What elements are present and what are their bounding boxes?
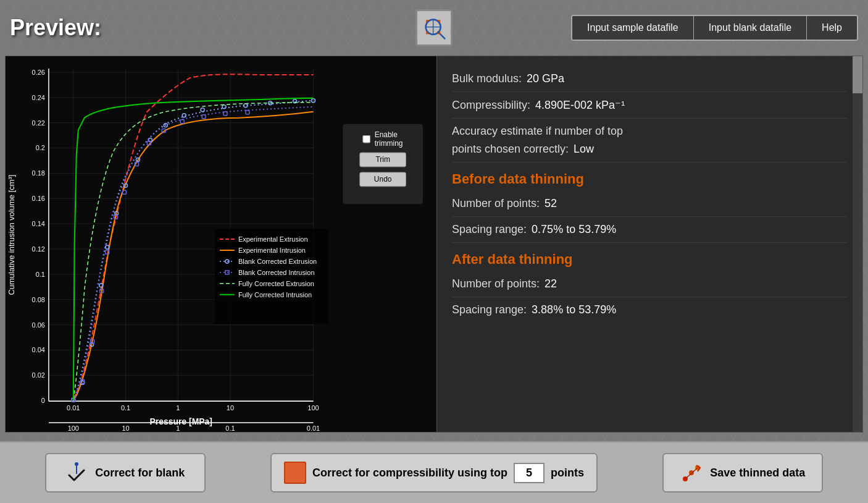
svg-text:0.16: 0.16 <box>32 195 45 202</box>
svg-text:0.02: 0.02 <box>32 371 45 379</box>
svg-text:Fully Corrected Extrusion: Fully Corrected Extrusion <box>238 280 314 287</box>
after-points-value: 22 <box>545 277 557 290</box>
svg-text:Fully Corrected Intrusion: Fully Corrected Intrusion <box>238 291 312 298</box>
correct-compressibility-group: Correct for compressibility using top po… <box>270 453 598 492</box>
svg-text:Blank Corrected Extrusion: Blank Corrected Extrusion <box>238 258 317 265</box>
bulk-modulus-value: 20 GPa <box>527 72 564 85</box>
svg-text:10: 10 <box>122 425 129 432</box>
right-panel: Bulk modulus: 20 GPa Compressibility: 4.… <box>437 56 863 433</box>
accuracy-label: Accuracy estimate if number of top <box>452 125 623 138</box>
after-spacing-value: 3.88% to 53.79% <box>532 303 616 316</box>
after-points-label: Number of points: <box>452 277 540 290</box>
scrollbar-track[interactable] <box>853 56 862 432</box>
before-spacing-row: Spacing range: 0.75% to 53.79% <box>452 217 848 243</box>
accuracy-label2: points chosen correctly: <box>452 143 569 156</box>
svg-text:100: 100 <box>307 404 319 412</box>
svg-text:0.01: 0.01 <box>67 404 80 412</box>
svg-text:1: 1 <box>176 404 180 412</box>
compressibility-pre-label: Correct for compressibility using top <box>312 467 507 480</box>
svg-text:0.04: 0.04 <box>32 346 45 353</box>
before-points-row: Number of points: 52 <box>452 191 848 217</box>
after-heading: After data thinning <box>452 243 848 271</box>
after-spacing-label: Spacing range: <box>452 303 527 316</box>
svg-text:Cumulative intrusion volume [c: Cumulative intrusion volume [cm³] <box>7 175 16 295</box>
top-navigation: Input sample datafile Input blank datafi… <box>571 15 858 41</box>
zoom-icon <box>422 15 446 40</box>
bulk-modulus-label: Bulk modulus: <box>452 72 522 85</box>
svg-text:0.1: 0.1 <box>225 425 235 432</box>
svg-text:0.08: 0.08 <box>32 296 45 303</box>
svg-line-108 <box>685 468 698 479</box>
svg-text:0.12: 0.12 <box>32 245 45 253</box>
svg-text:Experimental Intrusion: Experimental Intrusion <box>238 247 306 254</box>
svg-text:0.18: 0.18 <box>32 169 45 177</box>
points-input[interactable] <box>514 463 545 483</box>
save-thinned-icon <box>680 462 703 484</box>
svg-text:0.14: 0.14 <box>32 220 45 227</box>
zoom-icon-button[interactable] <box>415 9 453 46</box>
compressibility-row: Compressibility: 4.890E-002 kPa⁻¹ <box>452 92 848 119</box>
compressibility-value: 4.890E-002 kPa⁻¹ <box>535 98 625 112</box>
bulk-modulus-row: Bulk modulus: 20 GPa <box>452 66 848 92</box>
compressibility-post-label: points <box>551 467 584 480</box>
svg-text:0.26: 0.26 <box>32 69 45 76</box>
before-spacing-value: 0.75% to 53.79% <box>532 223 616 236</box>
correct-blank-button[interactable]: Correct for blank <box>45 453 206 492</box>
svg-rect-87 <box>215 229 328 324</box>
top-bar: Preview: Input sample datafile Input bla… <box>0 0 868 56</box>
svg-text:100: 100 <box>68 425 79 432</box>
input-blank-button[interactable]: Input blank datafile <box>694 16 807 40</box>
scrollbar-thumb[interactable] <box>853 56 862 93</box>
svg-text:0.01: 0.01 <box>307 425 320 432</box>
svg-text:0: 0 <box>41 397 45 404</box>
correct-blank-label: Correct for blank <box>95 467 185 480</box>
svg-text:0.1: 0.1 <box>121 404 130 412</box>
svg-text:0.1: 0.1 <box>36 271 45 278</box>
correct-blank-icon <box>65 462 88 484</box>
svg-text:Experimental Extrusion: Experimental Extrusion <box>238 235 308 243</box>
svg-text:0.2: 0.2 <box>36 144 45 151</box>
enable-trimming-label: Enabletrimming <box>375 130 403 148</box>
svg-text:0.24: 0.24 <box>32 94 45 101</box>
page-title: Preview: <box>10 15 101 41</box>
save-thinned-label: Save thinned data <box>710 467 805 480</box>
bottom-bar: Correct for blank Correct for compressib… <box>0 441 868 503</box>
svg-text:10: 10 <box>227 404 234 412</box>
svg-text:Pressure [MPa]: Pressure [MPa] <box>149 416 212 426</box>
save-thinned-button[interactable]: Save thinned data <box>662 453 823 492</box>
svg-line-3 <box>438 32 445 39</box>
svg-text:0.06: 0.06 <box>32 321 45 329</box>
main-content: 0 0.02 0.04 0.06 0.08 0.1 0.12 0.14 0.16… <box>0 56 868 433</box>
after-points-row: Number of points: 22 <box>452 271 848 297</box>
compressibility-label: Compressibility: <box>452 99 530 112</box>
svg-text:0.22: 0.22 <box>32 119 45 127</box>
before-spacing-label: Spacing range: <box>452 223 527 236</box>
svg-point-104 <box>75 462 78 466</box>
trim-button[interactable]: Trim <box>359 152 406 167</box>
svg-text:1: 1 <box>176 425 180 432</box>
help-button[interactable]: Help <box>807 16 857 40</box>
svg-text:Blank Corrected Intrusion: Blank Corrected Intrusion <box>238 269 315 276</box>
info-grid: Bulk modulus: 20 GPa Compressibility: 4.… <box>437 56 862 332</box>
undo-button[interactable]: Undo <box>359 172 406 187</box>
before-points-value: 52 <box>545 197 557 210</box>
before-heading: Before data thinning <box>452 163 848 191</box>
compressibility-icon <box>284 462 306 484</box>
before-points-label: Number of points: <box>452 197 540 210</box>
chart-container: 0 0.02 0.04 0.06 0.08 0.1 0.12 0.14 0.16… <box>5 56 437 433</box>
after-spacing-row: Spacing range: 3.88% to 53.79% <box>452 297 848 323</box>
accuracy-value: Low <box>574 143 594 156</box>
accuracy-row: Accuracy estimate if number of top point… <box>452 119 848 163</box>
input-sample-button[interactable]: Input sample datafile <box>572 16 694 40</box>
enable-trimming-checkbox[interactable] <box>363 135 371 143</box>
chart-svg: 0 0.02 0.04 0.06 0.08 0.1 0.12 0.14 0.16… <box>6 56 436 432</box>
